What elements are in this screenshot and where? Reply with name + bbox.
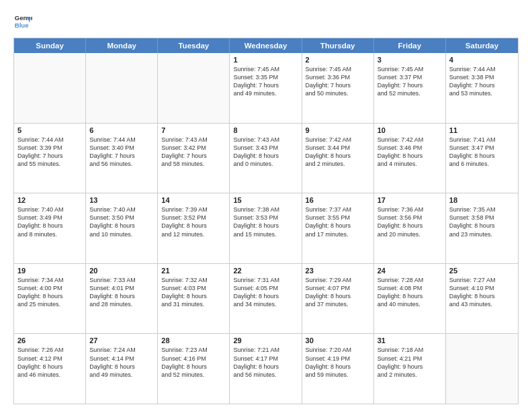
- day-info: Sunrise: 7:41 AM Sunset: 3:47 PM Dayligh…: [449, 136, 515, 169]
- day-info: Sunrise: 7:33 AM Sunset: 4:01 PM Dayligh…: [89, 276, 154, 309]
- day-cell-15: 15Sunrise: 7:38 AM Sunset: 3:53 PM Dayli…: [230, 193, 302, 263]
- week-1: 1Sunrise: 7:45 AM Sunset: 3:35 PM Daylig…: [14, 53, 518, 123]
- svg-text:Blue: Blue: [15, 21, 29, 29]
- day-number: 17: [378, 196, 442, 204]
- day-info: Sunrise: 7:45 AM Sunset: 3:37 PM Dayligh…: [378, 65, 442, 98]
- day-info: Sunrise: 7:37 AM Sunset: 3:55 PM Dayligh…: [306, 205, 370, 238]
- day-cell-30: 30Sunrise: 7:20 AM Sunset: 4:19 PM Dayli…: [302, 334, 374, 404]
- day-header-friday: Friday: [374, 38, 446, 53]
- day-number: 12: [17, 196, 82, 204]
- empty-cell: [158, 53, 230, 123]
- day-number: 28: [161, 336, 226, 345]
- day-number: 15: [233, 196, 298, 204]
- calendar-body: 1Sunrise: 7:45 AM Sunset: 3:35 PM Daylig…: [14, 53, 518, 404]
- day-info: Sunrise: 7:45 AM Sunset: 3:35 PM Dayligh…: [233, 65, 298, 98]
- day-cell-6: 6Sunrise: 7:44 AM Sunset: 3:40 PM Daylig…: [86, 124, 158, 193]
- day-number: 27: [89, 336, 154, 345]
- day-cell-11: 11Sunrise: 7:41 AM Sunset: 3:47 PM Dayli…: [446, 124, 518, 193]
- calendar-header: SundayMondayTuesdayWednesdayThursdayFrid…: [14, 38, 518, 53]
- day-number: 1: [233, 56, 298, 64]
- day-number: 23: [306, 267, 370, 275]
- day-number: 30: [306, 336, 370, 345]
- day-info: Sunrise: 7:44 AM Sunset: 3:40 PM Dayligh…: [89, 136, 154, 169]
- day-info: Sunrise: 7:38 AM Sunset: 3:53 PM Dayligh…: [233, 205, 298, 238]
- day-number: 19: [17, 267, 82, 275]
- logo: General Blue: [13, 12, 32, 31]
- day-number: 25: [449, 267, 515, 275]
- day-cell-25: 25Sunrise: 7:27 AM Sunset: 4:10 PM Dayli…: [446, 264, 518, 334]
- day-cell-14: 14Sunrise: 7:39 AM Sunset: 3:52 PM Dayli…: [158, 193, 230, 263]
- page: General Blue SundayMondayTuesdayWednesda…: [0, 0, 532, 411]
- day-info: Sunrise: 7:40 AM Sunset: 3:50 PM Dayligh…: [89, 205, 154, 238]
- day-cell-23: 23Sunrise: 7:29 AM Sunset: 4:07 PM Dayli…: [302, 264, 374, 334]
- day-header-tuesday: Tuesday: [158, 38, 230, 53]
- day-number: 21: [161, 267, 226, 275]
- day-info: Sunrise: 7:44 AM Sunset: 3:39 PM Dayligh…: [17, 136, 82, 169]
- day-cell-3: 3Sunrise: 7:45 AM Sunset: 3:37 PM Daylig…: [374, 53, 446, 123]
- day-info: Sunrise: 7:31 AM Sunset: 4:05 PM Dayligh…: [233, 276, 298, 309]
- day-info: Sunrise: 7:43 AM Sunset: 3:42 PM Dayligh…: [161, 136, 226, 169]
- day-number: 31: [378, 336, 442, 345]
- day-info: Sunrise: 7:43 AM Sunset: 3:43 PM Dayligh…: [233, 136, 298, 169]
- day-number: 2: [306, 56, 370, 64]
- empty-cell: [14, 53, 86, 123]
- day-info: Sunrise: 7:21 AM Sunset: 4:17 PM Dayligh…: [233, 346, 298, 379]
- day-header-wednesday: Wednesday: [230, 38, 302, 53]
- day-header-sunday: Sunday: [14, 38, 86, 53]
- day-info: Sunrise: 7:26 AM Sunset: 4:12 PM Dayligh…: [17, 346, 82, 379]
- day-cell-27: 27Sunrise: 7:24 AM Sunset: 4:14 PM Dayli…: [86, 334, 158, 404]
- day-number: 24: [378, 267, 442, 275]
- day-cell-24: 24Sunrise: 7:28 AM Sunset: 4:08 PM Dayli…: [374, 264, 446, 334]
- day-info: Sunrise: 7:34 AM Sunset: 4:00 PM Dayligh…: [17, 276, 82, 309]
- day-number: 3: [378, 56, 442, 64]
- day-number: 14: [161, 196, 226, 204]
- day-header-saturday: Saturday: [446, 38, 518, 53]
- day-cell-18: 18Sunrise: 7:35 AM Sunset: 3:58 PM Dayli…: [446, 193, 518, 263]
- logo-icon: General Blue: [13, 12, 32, 31]
- day-info: Sunrise: 7:27 AM Sunset: 4:10 PM Dayligh…: [449, 276, 515, 309]
- day-info: Sunrise: 7:32 AM Sunset: 4:03 PM Dayligh…: [161, 276, 226, 309]
- day-info: Sunrise: 7:45 AM Sunset: 3:36 PM Dayligh…: [306, 65, 370, 98]
- calendar: SundayMondayTuesdayWednesdayThursdayFrid…: [13, 38, 519, 404]
- week-3: 12Sunrise: 7:40 AM Sunset: 3:49 PM Dayli…: [14, 193, 518, 263]
- day-info: Sunrise: 7:36 AM Sunset: 3:56 PM Dayligh…: [378, 205, 442, 238]
- day-cell-16: 16Sunrise: 7:37 AM Sunset: 3:55 PM Dayli…: [302, 193, 374, 263]
- day-number: 29: [233, 336, 298, 345]
- day-header-thursday: Thursday: [302, 38, 374, 53]
- empty-cell: [86, 53, 158, 123]
- day-cell-10: 10Sunrise: 7:42 AM Sunset: 3:46 PM Dayli…: [374, 124, 446, 193]
- day-info: Sunrise: 7:44 AM Sunset: 3:38 PM Dayligh…: [449, 65, 515, 98]
- day-cell-26: 26Sunrise: 7:26 AM Sunset: 4:12 PM Dayli…: [14, 334, 86, 404]
- day-number: 20: [89, 267, 154, 275]
- empty-cell: [446, 334, 518, 404]
- week-4: 19Sunrise: 7:34 AM Sunset: 4:00 PM Dayli…: [14, 263, 518, 334]
- day-cell-13: 13Sunrise: 7:40 AM Sunset: 3:50 PM Dayli…: [86, 193, 158, 263]
- day-cell-19: 19Sunrise: 7:34 AM Sunset: 4:00 PM Dayli…: [14, 264, 86, 334]
- day-cell-22: 22Sunrise: 7:31 AM Sunset: 4:05 PM Dayli…: [230, 264, 302, 334]
- day-cell-17: 17Sunrise: 7:36 AM Sunset: 3:56 PM Dayli…: [374, 193, 446, 263]
- day-cell-20: 20Sunrise: 7:33 AM Sunset: 4:01 PM Dayli…: [86, 264, 158, 334]
- day-cell-4: 4Sunrise: 7:44 AM Sunset: 3:38 PM Daylig…: [446, 53, 518, 123]
- day-number: 16: [306, 196, 370, 204]
- day-number: 18: [449, 196, 515, 204]
- day-info: Sunrise: 7:23 AM Sunset: 4:16 PM Dayligh…: [161, 346, 226, 379]
- week-5: 26Sunrise: 7:26 AM Sunset: 4:12 PM Dayli…: [14, 333, 518, 404]
- day-cell-31: 31Sunrise: 7:18 AM Sunset: 4:21 PM Dayli…: [374, 334, 446, 404]
- day-cell-9: 9Sunrise: 7:42 AM Sunset: 3:44 PM Daylig…: [302, 124, 374, 193]
- day-header-monday: Monday: [86, 38, 158, 53]
- day-number: 8: [233, 126, 298, 134]
- day-info: Sunrise: 7:35 AM Sunset: 3:58 PM Dayligh…: [449, 205, 515, 238]
- day-cell-21: 21Sunrise: 7:32 AM Sunset: 4:03 PM Dayli…: [158, 264, 230, 334]
- day-cell-8: 8Sunrise: 7:43 AM Sunset: 3:43 PM Daylig…: [230, 124, 302, 193]
- day-info: Sunrise: 7:29 AM Sunset: 4:07 PM Dayligh…: [306, 276, 370, 309]
- week-2: 5Sunrise: 7:44 AM Sunset: 3:39 PM Daylig…: [14, 123, 518, 193]
- day-cell-2: 2Sunrise: 7:45 AM Sunset: 3:36 PM Daylig…: [302, 53, 374, 123]
- day-info: Sunrise: 7:28 AM Sunset: 4:08 PM Dayligh…: [378, 276, 442, 309]
- day-cell-1: 1Sunrise: 7:45 AM Sunset: 3:35 PM Daylig…: [230, 53, 302, 123]
- day-cell-7: 7Sunrise: 7:43 AM Sunset: 3:42 PM Daylig…: [158, 124, 230, 193]
- day-info: Sunrise: 7:42 AM Sunset: 3:44 PM Dayligh…: [306, 136, 370, 169]
- day-number: 6: [89, 126, 154, 134]
- day-number: 5: [17, 126, 82, 134]
- header: General Blue: [13, 12, 519, 31]
- day-cell-29: 29Sunrise: 7:21 AM Sunset: 4:17 PM Dayli…: [230, 334, 302, 404]
